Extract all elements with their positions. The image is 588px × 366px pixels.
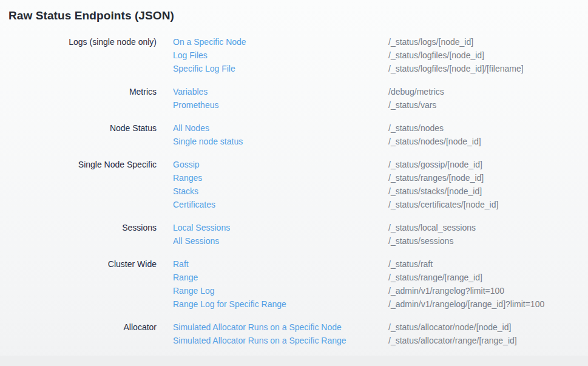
category-label: Logs (single node only) <box>8 35 157 49</box>
endpoint-path: /_status/sessions <box>388 234 453 248</box>
endpoint-row: Local Sessions /_status/local_sessions <box>173 221 476 234</box>
endpoint-row: All Sessions /_status/sessions <box>173 234 476 248</box>
endpoint-row: Variables /debug/metrics <box>173 85 444 98</box>
category-label: Allocator <box>8 320 157 334</box>
endpoint-path: /_status/allocator/node/[node_id] <box>388 320 511 334</box>
category-label: Node Status <box>8 121 157 135</box>
endpoint-path: /_status/range/[range_id] <box>388 271 482 284</box>
endpoint-link[interactable]: Gossip <box>173 158 372 171</box>
endpoint-row: On a Specific Node /_status/logs/[node_i… <box>173 35 524 49</box>
endpoint-path: /_status/gossip/[node_id] <box>388 158 482 171</box>
endpoint-link[interactable]: Range Log <box>173 284 372 297</box>
endpoint-path: /_status/ranges/[node_id] <box>388 171 484 185</box>
category-label: Single Node Specific <box>8 158 157 171</box>
endpoint-path: /_status/stacks/[node_id] <box>388 185 482 198</box>
section-metrics: Metrics Variables /debug/metrics Prometh… <box>8 85 588 112</box>
endpoint-path: /_status/vars <box>388 98 436 112</box>
page-title: Raw Status Endpoints (JSON) <box>8 8 588 23</box>
endpoint-row: Simulated Allocator Runs on a Specific R… <box>173 334 517 347</box>
endpoint-row: Single node status /_status/nodes/[node_… <box>173 135 481 148</box>
endpoint-path: /_status/logfiles/[node_id]/[filename] <box>388 62 524 75</box>
endpoint-link[interactable]: Single node status <box>173 135 372 148</box>
endpoint-row: Stacks /_status/stacks/[node_id] <box>173 185 498 198</box>
endpoint-row: Specific Log File /_status/logfiles/[nod… <box>173 62 524 75</box>
endpoint-row: Ranges /_status/ranges/[node_id] <box>173 171 498 185</box>
endpoint-link[interactable]: Variables <box>173 85 372 98</box>
endpoint-link[interactable]: Ranges <box>173 171 372 185</box>
endpoint-path: /_status/nodes <box>388 121 444 135</box>
endpoint-link[interactable]: Range <box>173 271 372 284</box>
endpoint-row: Certificates /_status/certificates/[node… <box>173 198 498 211</box>
endpoint-row: Range Log for Specific Range /_admin/v1/… <box>173 297 544 311</box>
endpoint-path: /_admin/v1/rangelog/[range_id]?limit=100 <box>388 297 544 311</box>
section-single-node-specific: Single Node Specific Gossip /_status/gos… <box>8 158 588 211</box>
category-label: Metrics <box>8 85 157 98</box>
endpoint-link[interactable]: Simulated Allocator Runs on a Specific R… <box>173 334 372 347</box>
category-label: Cluster Wide <box>8 257 157 271</box>
endpoint-path: /debug/metrics <box>388 85 444 98</box>
endpoint-row: Simulated Allocator Runs on a Specific N… <box>173 320 517 334</box>
endpoint-link[interactable]: Simulated Allocator Runs on a Specific N… <box>173 320 372 334</box>
endpoint-path: /_status/nodes/[node_id] <box>388 135 481 148</box>
section-allocator: Allocator Simulated Allocator Runs on a … <box>8 320 588 347</box>
endpoint-row: Range Log /_admin/v1/rangelog?limit=100 <box>173 284 544 297</box>
endpoint-path: /_status/local_sessions <box>388 221 476 234</box>
endpoint-link[interactable]: Certificates <box>173 198 372 211</box>
endpoint-path: /_status/logs/[node_id] <box>388 35 473 49</box>
endpoint-sections: Logs (single node only) On a Specific No… <box>8 35 588 347</box>
endpoint-path: /_status/logfiles/[node_id] <box>388 49 484 62</box>
endpoint-row: Range /_status/range/[range_id] <box>173 271 544 284</box>
endpoint-link[interactable]: Log Files <box>173 49 372 62</box>
endpoint-link[interactable]: Stacks <box>173 185 372 198</box>
endpoint-path: /_status/raft <box>388 257 433 271</box>
section-logs: Logs (single node only) On a Specific No… <box>8 35 588 75</box>
endpoint-link[interactable]: Specific Log File <box>173 62 372 75</box>
endpoint-row: Prometheus /_status/vars <box>173 98 444 112</box>
endpoint-link[interactable]: All Nodes <box>173 121 372 135</box>
section-node-status: Node Status All Nodes /_status/nodes Sin… <box>8 121 588 148</box>
category-label: Sessions <box>8 221 157 234</box>
endpoint-path: /_status/certificates/[node_id] <box>388 198 498 211</box>
endpoint-link[interactable]: On a Specific Node <box>173 35 372 49</box>
section-sessions: Sessions Local Sessions /_status/local_s… <box>8 221 588 248</box>
page-footer-strip <box>0 356 588 366</box>
endpoint-link[interactable]: Local Sessions <box>173 221 372 234</box>
endpoint-link[interactable]: Prometheus <box>173 98 372 112</box>
endpoint-path: /_admin/v1/rangelog?limit=100 <box>388 284 504 297</box>
endpoint-path: /_status/allocator/range/[range_id] <box>388 334 517 347</box>
endpoint-row: All Nodes /_status/nodes <box>173 121 481 135</box>
endpoint-link[interactable]: Range Log for Specific Range <box>173 297 372 311</box>
endpoint-row: Gossip /_status/gossip/[node_id] <box>173 158 498 171</box>
endpoint-link[interactable]: Raft <box>173 257 372 271</box>
endpoint-link[interactable]: All Sessions <box>173 234 372 248</box>
endpoint-row: Log Files /_status/logfiles/[node_id] <box>173 49 524 62</box>
section-cluster-wide: Cluster Wide Raft /_status/raft Range /_… <box>8 257 588 311</box>
endpoint-row: Raft /_status/raft <box>173 257 544 271</box>
raw-status-endpoints-panel: Raw Status Endpoints (JSON) Logs (single… <box>0 0 588 347</box>
